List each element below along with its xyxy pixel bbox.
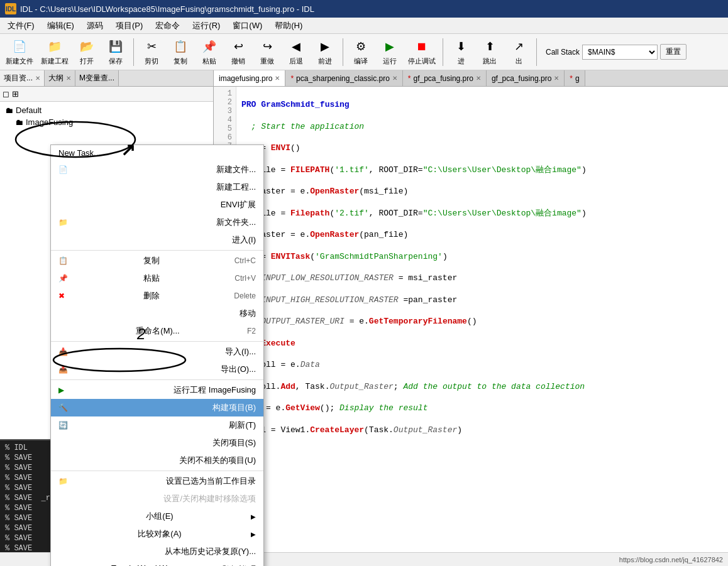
step-over-button[interactable]: ↗ 出: [505, 36, 532, 68]
step-out-icon: ⬆: [481, 38, 499, 55]
callstack-dropdown[interactable]: $MAIN$: [582, 45, 658, 60]
editor-tab-3[interactable]: * gf_pca_fusing.pro ✕: [403, 70, 487, 86]
ctx-group-label: 小组(E): [146, 511, 173, 522]
copy-button[interactable]: 📋 复制: [167, 36, 194, 68]
editor-tab-1-close[interactable]: ✕: [275, 75, 280, 82]
editor-tab-2[interactable]: * pca_sharpening_classic.pro ✕: [285, 70, 402, 86]
editor-tab-1[interactable]: imagefusing.pro ✕: [214, 70, 285, 86]
ctx-envi[interactable]: ENVI扩展: [51, 196, 263, 214]
ctx-new-folder[interactable]: 📁 新文件夹...: [51, 214, 263, 231]
cut-button[interactable]: ✂ 剪切: [138, 36, 165, 68]
code-line-1: PRO GramSchmidt_fusing: [241, 99, 723, 111]
ctx-close-project-label: 关闭项目(S): [212, 437, 256, 449]
code-line-9: k.INPUT_LOW_RESOLUTION_RASTER = msi_rast…: [241, 272, 723, 285]
ctx-set-workdir-icon: 📁: [58, 477, 69, 486]
editor-tab-4[interactable]: gf_pca_fusing.pro ✕: [487, 70, 565, 86]
paste-button[interactable]: 📌 粘贴: [196, 36, 223, 68]
step-in-button[interactable]: ⬇ 进: [447, 36, 475, 68]
compile-button[interactable]: ⚙ 编译: [347, 36, 375, 68]
editor-tab-5-label: g: [575, 74, 580, 83]
ctx-enter[interactable]: 进入(I): [51, 231, 263, 249]
code-editor[interactable]: 12345 678910 1112131415 16 PRO GramSchmi…: [214, 87, 728, 552]
panel-tab-outline[interactable]: 大纲 ✕: [45, 70, 75, 86]
editor-tab-2-label: pca_sharpening_classic.pro: [296, 74, 390, 83]
ctx-restore[interactable]: 从本地历史记录复原(Y)...: [51, 543, 263, 560]
open-button[interactable]: 📂 打开: [73, 36, 101, 68]
forward-button[interactable]: ▶ 前进: [311, 36, 339, 68]
panel-tabs: 项目资... ✕ 大纲 ✕ M变量查...: [0, 70, 213, 87]
sep4: [536, 38, 537, 66]
ctx-paste-shortcut: Ctrl+V: [234, 274, 256, 283]
code-content: PRO GramSchmidt_fusing ; Start the appli…: [236, 87, 728, 552]
ctx-new-file[interactable]: 📄 新建文件...: [51, 161, 263, 178]
undo-label: 撤销: [231, 57, 245, 66]
panel-tab-project[interactable]: 项目资... ✕: [0, 70, 45, 86]
ctx-refresh-icon: 🔄: [58, 421, 69, 430]
ctx-set-workdir[interactable]: 📁 设置已选为当前工作目录: [51, 472, 263, 490]
ctx-copy[interactable]: 📋 复制 Ctrl+C: [51, 252, 263, 269]
ctx-rename[interactable]: 重命名(M)... F2: [51, 322, 263, 340]
editor-tab-2-close[interactable]: ✕: [392, 75, 397, 82]
menu-help[interactable]: 帮助(H): [270, 19, 307, 33]
menu-macro[interactable]: 宏命令: [150, 19, 185, 33]
collapse-icon[interactable]: ◻: [3, 89, 9, 99]
sep2: [343, 38, 343, 66]
stop-debug-icon: ⏹: [413, 38, 431, 55]
menu-project[interactable]: 项目(P): [111, 19, 148, 33]
ctx-new-project[interactable]: 新建工程...: [51, 178, 263, 196]
ctx-export[interactable]: 📤 导出(O)...: [51, 361, 263, 378]
ctx-refresh[interactable]: 🔄 刷新(T): [51, 416, 263, 434]
tree-item-imagefusing-label: ImageFusing: [26, 117, 73, 127]
ctx-close-project[interactable]: 关闭项目(S): [51, 434, 263, 452]
ctx-build[interactable]: 🔨 构建项目(B): [51, 399, 263, 416]
new-file-button[interactable]: 📄 新建文件: [3, 36, 36, 68]
redo-label: 重做: [260, 57, 274, 66]
undo-icon: ↩: [229, 38, 247, 55]
expand-icon[interactable]: ⊞: [12, 89, 19, 99]
save-button[interactable]: 💾 保存: [102, 36, 130, 68]
ctx-delete-icon: ✖: [58, 291, 69, 300]
ctx-copy-shortcut: Ctrl+C: [234, 256, 256, 265]
ctx-run-project[interactable]: ▶ 运行工程 ImageFusing: [51, 381, 263, 399]
ctx-set-remove: 设置/关闭构建时移除选项: [51, 490, 263, 508]
panel-tab-vars[interactable]: M变量查...: [75, 70, 119, 86]
editor-tab-3-close[interactable]: ✕: [476, 75, 481, 82]
ctx-compare[interactable]: 比较对象(A) ▶: [51, 525, 263, 543]
menu-run[interactable]: 运行(R): [187, 19, 225, 33]
ctx-close-unrelated[interactable]: 关闭不相关的项目(U): [51, 452, 263, 469]
ctx-group[interactable]: 小组(E) ▶: [51, 508, 263, 525]
new-project-button[interactable]: 📁 新建工程: [38, 36, 72, 68]
ctx-move[interactable]: 移动: [51, 305, 263, 322]
sep3: [443, 38, 443, 66]
undo-button[interactable]: ↩ 撤销: [224, 36, 252, 68]
tree-item-imagefusing[interactable]: 🖿 ImageFusing: [0, 116, 213, 128]
redo-button[interactable]: ↪ 重做: [253, 36, 281, 68]
panel-tab-project-close[interactable]: ✕: [35, 75, 40, 82]
ctx-run-project-icon: ▶: [58, 386, 69, 395]
ctx-wordwrap-shortcut: Ctrl+Alt+E: [221, 564, 256, 567]
ctx-paste[interactable]: 📌 粘贴 Ctrl+V: [51, 269, 263, 287]
step-out-button[interactable]: ⬆ 跳出: [476, 36, 504, 68]
ctx-close-unrelated-label: 关闭不相关的项目(U): [179, 455, 256, 466]
stop-debug-button[interactable]: ⏹ 停止调试: [405, 36, 439, 68]
menu-window[interactable]: 窗口(W): [228, 19, 267, 33]
code-line-2: ; Start the application: [241, 121, 723, 133]
reset-button[interactable]: 重置: [660, 44, 687, 60]
ctx-new-task[interactable]: New Task...: [51, 145, 263, 161]
open-icon: 📂: [78, 38, 96, 55]
editor-tab-4-close[interactable]: ✕: [554, 75, 559, 82]
menu-file[interactable]: 文件(F): [3, 19, 40, 33]
ctx-delete[interactable]: ✖ 删除 Delete: [51, 287, 263, 305]
menu-edit[interactable]: 编辑(E): [42, 19, 79, 33]
ctx-new-file-label: 新建文件...: [216, 164, 256, 175]
menu-source[interactable]: 源码: [82, 19, 108, 33]
ctx-copy-label: 复制: [143, 255, 160, 266]
tree-item-default[interactable]: 🖿 Default: [0, 104, 213, 116]
tree-item-imagefusing-icon: 🖿: [15, 117, 23, 127]
panel-tab-outline-close[interactable]: ✕: [66, 75, 71, 82]
editor-tab-5[interactable]: * g: [565, 70, 585, 86]
ctx-wordwrap[interactable]: Toggle Word Wrap Ctrl+Alt+E: [51, 560, 263, 566]
ctx-import[interactable]: 📥 导入(I)...: [51, 343, 263, 361]
run-button[interactable]: ▶ 运行: [376, 36, 404, 68]
back-button[interactable]: ◀ 后退: [282, 36, 310, 68]
